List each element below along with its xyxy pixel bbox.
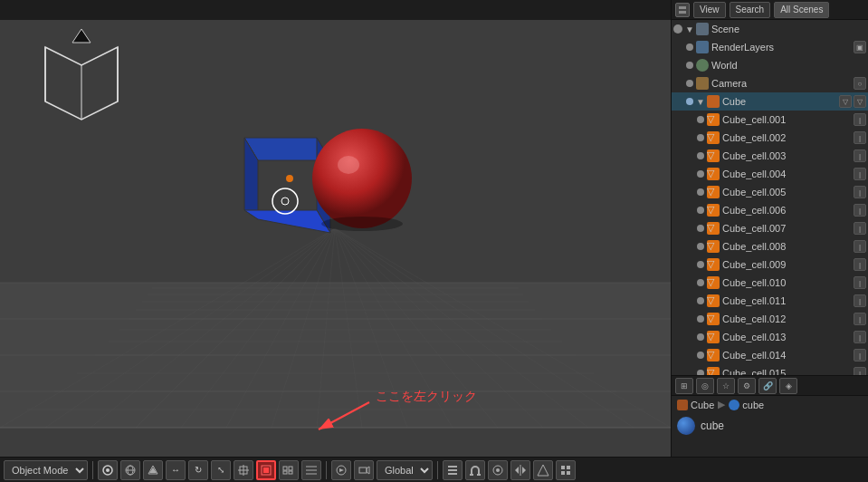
outliner-item-cube-cell-007[interactable]: ▽ Cube_cell.007 | <box>672 219 868 237</box>
svg-rect-79 <box>448 466 457 468</box>
cube-cell-006-label: Cube_cell.006 <box>722 205 786 216</box>
cube-cell-012-label: Cube_cell.012 <box>722 313 786 324</box>
outliner-item-camera[interactable]: Camera ○ <box>672 74 868 92</box>
outliner-item-cube-cell-003[interactable]: ▽ Cube_cell.003 | <box>672 147 868 165</box>
snap-btn[interactable] <box>143 460 163 480</box>
mode-select[interactable]: Object Mode <box>4 460 88 480</box>
svg-point-57 <box>106 468 110 472</box>
props-icon-btn-3[interactable]: ☆ <box>717 378 735 394</box>
svg-marker-88 <box>522 467 526 474</box>
transform-icon-btn[interactable] <box>234 460 253 480</box>
outliner-item-cube[interactable]: ▼ Cube ▽ ▽ <box>672 92 868 111</box>
cube-cell-002-label: Cube_cell.002 <box>722 132 786 143</box>
render-btn[interactable] <box>331 460 351 480</box>
cube-cell-014-label: Cube_cell.014 <box>722 350 786 361</box>
layers-btn[interactable] <box>443 460 463 480</box>
svg-point-49 <box>338 156 359 174</box>
grease-pencil-btn[interactable] <box>533 460 553 480</box>
cube-cell-003-icon: ▽ <box>707 149 720 162</box>
pivot-select[interactable]: Global <box>377 460 433 480</box>
viewport-top-bar <box>0 0 671 20</box>
snap-target-button[interactable] <box>256 460 276 480</box>
outliner-item-world[interactable]: World <box>672 56 868 74</box>
separator-1 <box>92 461 93 479</box>
outliner-item-cube-cell-012[interactable]: ▽ Cube_cell.012 | <box>672 310 868 328</box>
outliner-item-cube-cell-011[interactable]: ▽ Cube_cell.011 | <box>672 292 868 310</box>
cube-cell-001-icon: ▽ <box>707 113 720 126</box>
magnet-btn[interactable] <box>465 460 485 480</box>
outliner-item-cube-cell-010[interactable]: ▽ Cube_cell.010 | <box>672 274 868 292</box>
svg-marker-89 <box>538 465 548 476</box>
outliner-body[interactable]: ▼ Scene RenderLayers ▣ World <box>672 20 868 375</box>
global-view-btn[interactable] <box>120 460 140 480</box>
cube-cell-003-label: Cube_cell.003 <box>722 150 786 161</box>
all-scenes-button[interactable]: All Scenes <box>774 2 829 18</box>
svg-rect-55 <box>679 11 686 14</box>
grid-btn-2[interactable] <box>301 460 321 480</box>
outliner-item-cube-cell-005[interactable]: ▽ Cube_cell.005 | <box>672 183 868 201</box>
cube-icon <box>707 95 720 108</box>
svg-point-48 <box>312 129 412 228</box>
outliner-header: View Search All Scenes <box>672 0 868 20</box>
properties-panel: ⊞ ◎ ☆ ⚙ 🔗 ◈ Cube ▶ cube cu <box>672 375 868 457</box>
svg-rect-68 <box>283 467 287 470</box>
rotate-icon-btn[interactable]: ↻ <box>188 460 208 480</box>
properties-header: ⊞ ◎ ☆ ⚙ 🔗 ◈ <box>672 376 868 396</box>
camera-icon <box>696 77 709 90</box>
outliner-item-cube-cell-002[interactable]: ▽ Cube_cell.002 | <box>672 129 868 147</box>
move-icon-btn[interactable]: ↔ <box>166 460 186 480</box>
props-icon-btn-6[interactable]: ◈ <box>779 378 797 394</box>
svg-text:ここを左クリック: ここを左クリック <box>376 389 477 403</box>
props-icon-btn-5[interactable]: 🔗 <box>758 378 777 394</box>
outliner-item-scene[interactable]: ▼ Scene <box>672 20 868 38</box>
cube-cell-010-label: Cube_cell.010 <box>722 277 786 288</box>
viewport[interactable]: ここを左クリック <box>0 0 671 457</box>
svg-point-45 <box>286 175 293 182</box>
object-type-icon <box>677 417 695 435</box>
svg-rect-90 <box>561 466 565 469</box>
view-button[interactable]: View <box>693 2 726 18</box>
svg-marker-78 <box>367 467 369 474</box>
outliner-item-renderlayers[interactable]: RenderLayers ▣ <box>672 38 868 56</box>
cube-cell-008-label: Cube_cell.008 <box>722 241 786 252</box>
renderlayers-label: RenderLayers <box>711 42 774 53</box>
outliner-item-cube-cell-004[interactable]: ▽ Cube_cell.004 | <box>672 165 868 183</box>
cube-cell-007-label: Cube_cell.007 <box>722 223 786 234</box>
svg-rect-80 <box>448 469 457 471</box>
outliner-item-cube-cell-013[interactable]: ▽ Cube_cell.013 | <box>672 328 868 346</box>
outliner-item-cube-cell-006[interactable]: ▽ Cube_cell.006 | <box>672 201 868 219</box>
scale-icon-btn[interactable]: ⤡ <box>211 460 231 480</box>
breadcrumb-cube[interactable]: Cube <box>677 400 714 410</box>
cursor-icon-btn[interactable] <box>98 460 118 480</box>
scene-icon <box>696 23 709 35</box>
svg-point-85 <box>496 468 500 472</box>
props-icon-btn-2[interactable]: ◎ <box>696 378 714 394</box>
grid-btn-1[interactable] <box>279 460 299 480</box>
cube-cell-015-label: Cube_cell.015 <box>722 368 786 375</box>
mirror-btn[interactable] <box>510 460 530 480</box>
proportional-btn[interactable] <box>488 460 508 480</box>
props-icon-btn-4[interactable]: ⚙ <box>738 378 756 394</box>
svg-rect-67 <box>263 468 269 473</box>
search-button[interactable]: Search <box>730 2 771 18</box>
outliner-item-cube-cell-009[interactable]: ▽ Cube_cell.009 | <box>672 255 868 274</box>
outliner-item-cube-cell-015[interactable]: ▽ Cube_cell.015 | <box>672 364 868 375</box>
extra-btn[interactable] <box>556 460 576 480</box>
breadcrumb-row: Cube ▶ cube <box>672 396 868 413</box>
camera-view-btn[interactable] <box>354 460 374 480</box>
svg-rect-92 <box>561 471 565 475</box>
cube-restrict-btn2[interactable]: ▽ <box>854 95 866 108</box>
renderlayers-btn1[interactable]: ▣ <box>854 41 866 53</box>
props-icon-btn-1[interactable]: ⊞ <box>675 378 693 394</box>
outliner-item-cube-cell-001[interactable]: ▽ Cube_cell.001 | <box>672 111 868 129</box>
outliner-item-cube-cell-014[interactable]: ▽ Cube_cell.014 | <box>672 346 868 364</box>
cube-cell-005-icon: ▽ <box>707 186 720 198</box>
outliner-icon[interactable] <box>675 3 690 17</box>
outliner-item-cube-cell-008[interactable]: ▽ Cube_cell.008 | <box>672 237 868 255</box>
camera-label: Camera <box>711 78 747 89</box>
cube-restrict-btn1[interactable]: ▽ <box>839 95 852 108</box>
camera-btn[interactable]: ○ <box>854 77 866 90</box>
svg-point-50 <box>321 217 403 231</box>
breadcrumb-cube-data[interactable]: cube <box>729 400 764 410</box>
separator-3 <box>437 461 438 479</box>
